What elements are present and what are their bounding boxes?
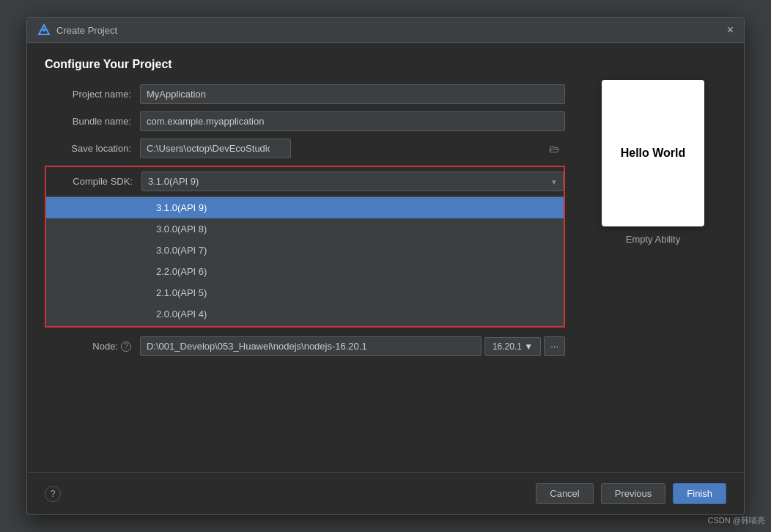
node-version-button[interactable]: 16.20.1 ▼ (484, 337, 541, 356)
save-location-label: Save location: (45, 143, 140, 154)
sdk-option-5[interactable]: 2.0.0(API 4) (46, 303, 564, 325)
footer-left: ? (45, 486, 528, 502)
preview-section: Hello World Empty Ability (580, 58, 726, 457)
compile-sdk-row: Compile SDK: 3.1.0(API 9) ▼ (45, 166, 565, 196)
sdk-option-2[interactable]: 3.0.0(API 7) (46, 240, 564, 261)
node-info-icon[interactable]: ? (121, 341, 131, 352)
dialog-title: Create Project (56, 25, 117, 36)
save-location-input[interactable] (140, 138, 291, 158)
node-path-input[interactable] (140, 336, 482, 356)
dialog-footer: ? Cancel Previous Finish (27, 472, 744, 514)
compile-sdk-options-list: 3.1.0(API 9)3.0.0(API 8)3.0.0(API 7)2.2.… (46, 196, 564, 326)
title-bar: Create Project × (27, 18, 744, 43)
folder-icon: 🗁 (549, 143, 559, 155)
bundle-name-input[interactable] (140, 111, 565, 131)
node-more-button[interactable]: ··· (544, 336, 565, 356)
node-version-dropdown-icon: ▼ (524, 341, 533, 352)
watermark: CSDN @韩喵亮 (708, 515, 765, 526)
sdk-option-4[interactable]: 2.1.0(API 5) (46, 282, 564, 303)
form-heading: Configure Your Project (45, 58, 565, 71)
help-button[interactable]: ? (45, 486, 61, 502)
bundle-name-label: Bundle name: (45, 116, 140, 127)
create-project-dialog: Create Project × Configure Your Project … (26, 17, 745, 515)
preview-hello-world: Hello World (621, 147, 686, 160)
node-label: Node: ? (45, 341, 140, 352)
form-section: Configure Your Project Project name: Bun… (45, 58, 565, 457)
save-location-row: Save location: 🗁 (45, 138, 565, 158)
save-location-wrapper: 🗁 (140, 138, 565, 158)
title-bar-left: Create Project (37, 23, 117, 37)
project-name-input[interactable] (140, 84, 565, 104)
compile-sdk-dropdown-wrapper: 3.1.0(API 9) ▼ (141, 171, 564, 191)
previous-button[interactable]: Previous (601, 483, 666, 504)
project-name-row: Project name: (45, 84, 565, 104)
sdk-option-0[interactable]: 3.1.0(API 9) (46, 197, 564, 218)
svg-point-1 (43, 29, 45, 32)
sdk-option-3[interactable]: 2.2.0(API 6) (46, 261, 564, 282)
node-row: Node: ? 16.20.1 ▼ ··· (45, 336, 565, 356)
project-name-label: Project name: (45, 89, 140, 100)
preview-card: Hello World (602, 80, 704, 226)
cancel-button[interactable]: Cancel (536, 483, 593, 504)
dialog-body: Configure Your Project Project name: Bun… (27, 43, 744, 472)
compile-sdk-dropdown[interactable]: 3.1.0(API 9) (141, 171, 564, 191)
finish-button[interactable]: Finish (673, 483, 726, 504)
dropdown-open-area: 3.1.0(API 9)3.0.0(API 8)3.0.0(API 7)2.2.… (45, 196, 565, 328)
sdk-option-1[interactable]: 3.0.0(API 8) (46, 218, 564, 240)
bundle-name-row: Bundle name: (45, 111, 565, 131)
preview-label: Empty Ability (626, 234, 680, 245)
app-icon (37, 23, 51, 37)
compile-sdk-label: Compile SDK: (46, 176, 141, 187)
close-button[interactable]: × (727, 24, 734, 36)
